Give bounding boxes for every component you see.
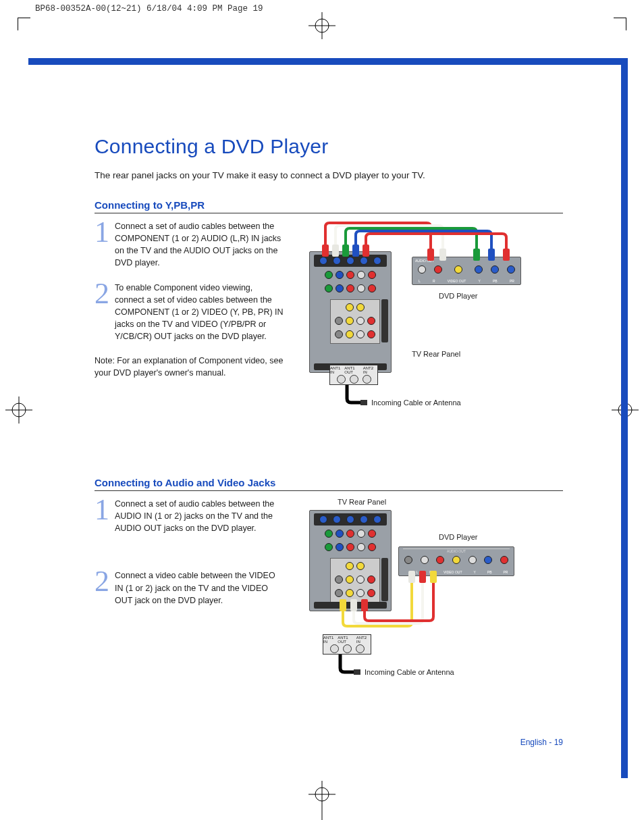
- tv-label: TV Rear Panel: [338, 498, 386, 506]
- step-text: Connect a set of audio cables between th…: [115, 498, 284, 534]
- section-divider: [95, 213, 563, 213]
- rca-plug-icon: [332, 245, 339, 257]
- rca-plug-icon: [503, 249, 510, 261]
- page-content: Connecting a DVD Player The rear panel j…: [95, 135, 563, 752]
- rca-plug-icon: [408, 571, 415, 583]
- rca-plug-icon: [361, 599, 368, 611]
- rca-plug-icon: [352, 245, 359, 257]
- section-heading-av: Connecting to Audio and Video Jacks: [95, 477, 563, 488]
- registration-mark-icon: [308, 781, 336, 808]
- rca-plug-icon: [427, 249, 434, 261]
- av-connection-diagram: TV Rear Panel: [304, 498, 527, 694]
- tv-rear-panel-icon: [309, 251, 392, 373]
- rca-plug-icon: [342, 245, 349, 257]
- page-title: Connecting a DVD Player: [95, 135, 563, 158]
- step-1: 1 Connect a set of audio cables between …: [95, 220, 284, 270]
- svg-rect-12: [360, 400, 367, 405]
- step-number-icon: 2: [95, 569, 109, 606]
- rca-plug-icon: [363, 245, 369, 257]
- section-divider: [95, 490, 563, 491]
- dvd-player-panel-icon: AUDIO OUT LRVIDEO OUTYPBPR: [412, 257, 521, 285]
- cable-label: Incoming Cable or Antenna: [371, 399, 461, 407]
- dvd-label: DVD Player: [439, 292, 477, 300]
- crop-mark-icon: [614, 18, 626, 30]
- note: Note: For an explanation of Component vi…: [95, 355, 284, 379]
- svg-rect-13: [354, 669, 360, 675]
- component-connection-diagram: AUDIO OUT LRVIDEO OUTYPBPR DV: [304, 220, 527, 416]
- crop-mark-icon: [18, 18, 30, 30]
- cable-label: Incoming Cable or Antenna: [365, 668, 454, 676]
- step-number-icon: 1: [95, 220, 109, 270]
- rca-plug-icon: [439, 249, 446, 261]
- dvd-player-panel-icon: AUDIO OUT LRVIDEO OUTYPBPR: [398, 546, 514, 576]
- step-1b: 1 Connect a set of audio cables between …: [95, 498, 284, 534]
- file-meta-header: BP68-00352A-00(12~21) 6/18/04 4:09 PM Pa…: [35, 4, 263, 14]
- rca-plug-icon: [419, 571, 426, 583]
- dvd-label: DVD Player: [439, 533, 477, 541]
- rca-plug-icon: [473, 249, 480, 261]
- bottom-tick-icon: [322, 808, 323, 820]
- page-footer: English - 19: [520, 738, 563, 747]
- step-text: Connect a video cable between the VIDEO …: [115, 569, 284, 606]
- registration-mark-icon: [308, 12, 336, 39]
- intro-text: The rear panel jacks on your TV make it …: [95, 170, 563, 180]
- rca-plug-icon: [340, 599, 346, 611]
- antenna-terminal-icon: ANT1 INANT1 OUTANT2 IN: [323, 634, 371, 655]
- page-sheet: BP68-00352A-00(12~21) 6/18/04 4:09 PM Pa…: [0, 0, 644, 820]
- section-heading-component: Connecting to Y,PB,PR: [95, 199, 563, 211]
- step-text: To enable Component video viewing, conne…: [115, 282, 284, 343]
- rca-plug-icon: [322, 245, 329, 257]
- step-2b: 2 Connect a video cable between the VIDE…: [95, 569, 284, 606]
- rca-plug-icon: [488, 249, 495, 261]
- step-text: Connect a set of audio cables between th…: [115, 220, 284, 270]
- rca-plug-icon: [430, 571, 437, 583]
- step-number-icon: 1: [95, 498, 109, 534]
- antenna-terminal-icon: ANT1 INANT1 OUTANT2 IN: [329, 365, 378, 385]
- rca-plug-icon: [350, 599, 357, 611]
- tv-label: TV Rear Panel: [412, 350, 460, 358]
- step-number-icon: 2: [95, 282, 109, 343]
- tv-rear-panel-icon: [309, 510, 392, 611]
- step-2: 2 To enable Component video viewing, con…: [95, 282, 284, 343]
